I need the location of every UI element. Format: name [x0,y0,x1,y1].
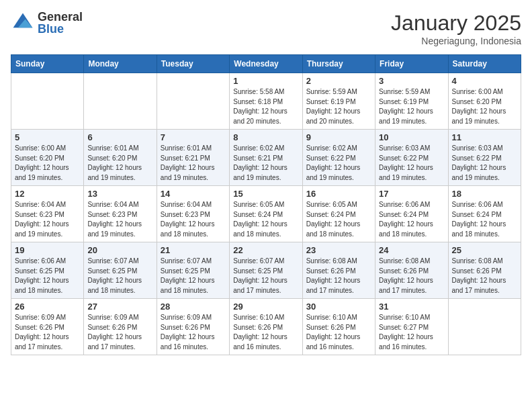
calendar-cell: 17Sunrise: 6:06 AM Sunset: 6:24 PM Dayli… [375,186,448,242]
day-number: 5 [15,132,80,142]
day-info: Sunrise: 6:04 AM Sunset: 6:23 PM Dayligh… [87,200,152,239]
day-number: 17 [379,189,444,199]
day-number: 21 [161,245,226,255]
week-row-5: 26Sunrise: 6:09 AM Sunset: 6:26 PM Dayli… [11,299,521,355]
calendar-cell: 24Sunrise: 6:08 AM Sunset: 6:26 PM Dayli… [375,242,448,299]
calendar-header-row: SundayMondayTuesdayWednesdayThursdayFrid… [11,55,521,73]
day-number: 29 [233,302,298,312]
calendar-cell: 29Sunrise: 6:10 AM Sunset: 6:26 PM Dayli… [230,299,302,355]
calendar-cell: 15Sunrise: 6:05 AM Sunset: 6:24 PM Dayli… [230,186,302,242]
calendar-cell: 31Sunrise: 6:10 AM Sunset: 6:27 PM Dayli… [375,299,448,355]
logo-icon [11,11,35,35]
day-info: Sunrise: 6:01 AM Sunset: 6:20 PM Dayligh… [87,144,152,183]
page-header: General Blue January 2025 Negeriagung, I… [11,11,521,46]
logo-blue: Blue [38,23,83,35]
calendar-cell: 11Sunrise: 6:03 AM Sunset: 6:22 PM Dayli… [448,130,521,186]
calendar-cell: 3Sunrise: 5:59 AM Sunset: 6:19 PM Daylig… [375,73,448,130]
calendar-cell: 19Sunrise: 6:06 AM Sunset: 6:25 PM Dayli… [11,242,84,299]
calendar-cell: 26Sunrise: 6:09 AM Sunset: 6:26 PM Dayli… [11,299,84,355]
calendar-cell: 13Sunrise: 6:04 AM Sunset: 6:23 PM Dayli… [84,186,157,242]
day-info: Sunrise: 5:59 AM Sunset: 6:19 PM Dayligh… [306,87,371,126]
day-number: 22 [233,245,298,255]
day-info: Sunrise: 6:03 AM Sunset: 6:22 PM Dayligh… [379,144,444,183]
calendar-cell: 5Sunrise: 6:00 AM Sunset: 6:20 PM Daylig… [11,130,84,186]
day-info: Sunrise: 6:04 AM Sunset: 6:23 PM Dayligh… [161,200,226,239]
day-number: 20 [87,245,152,255]
day-number: 31 [379,302,444,312]
calendar-header-saturday: Saturday [448,55,521,73]
day-info: Sunrise: 5:59 AM Sunset: 6:19 PM Dayligh… [379,87,444,126]
calendar-cell: 12Sunrise: 6:04 AM Sunset: 6:23 PM Dayli… [11,186,84,242]
day-info: Sunrise: 6:02 AM Sunset: 6:21 PM Dayligh… [233,144,298,183]
day-number: 4 [452,76,517,86]
day-number: 6 [87,132,152,142]
day-info: Sunrise: 6:07 AM Sunset: 6:25 PM Dayligh… [233,257,298,295]
calendar-cell: 27Sunrise: 6:09 AM Sunset: 6:26 PM Dayli… [84,299,157,355]
day-info: Sunrise: 6:05 AM Sunset: 6:24 PM Dayligh… [233,200,298,239]
calendar-cell: 8Sunrise: 6:02 AM Sunset: 6:21 PM Daylig… [230,130,302,186]
day-number: 27 [87,302,152,312]
day-info: Sunrise: 6:10 AM Sunset: 6:26 PM Dayligh… [306,313,371,352]
day-info: Sunrise: 6:06 AM Sunset: 6:24 PM Dayligh… [379,200,444,239]
day-number: 18 [452,189,517,199]
calendar-cell: 14Sunrise: 6:04 AM Sunset: 6:23 PM Dayli… [157,186,229,242]
day-number: 28 [161,302,226,312]
day-number: 23 [306,245,371,255]
week-row-2: 5Sunrise: 6:00 AM Sunset: 6:20 PM Daylig… [11,130,521,186]
day-info: Sunrise: 6:06 AM Sunset: 6:25 PM Dayligh… [15,257,80,295]
day-number: 16 [306,189,371,199]
day-number: 7 [161,132,226,142]
day-info: Sunrise: 6:02 AM Sunset: 6:22 PM Dayligh… [306,144,371,183]
calendar-cell: 9Sunrise: 6:02 AM Sunset: 6:22 PM Daylig… [302,130,375,186]
day-number: 15 [233,189,298,199]
calendar-cell: 25Sunrise: 6:08 AM Sunset: 6:26 PM Dayli… [448,242,521,299]
calendar-header-monday: Monday [84,55,157,73]
calendar-cell: 30Sunrise: 6:10 AM Sunset: 6:26 PM Dayli… [302,299,375,355]
location: Negeriagung, Indonesia [391,36,521,46]
calendar-cell: 7Sunrise: 6:01 AM Sunset: 6:21 PM Daylig… [157,130,229,186]
calendar-header-friday: Friday [375,55,448,73]
day-info: Sunrise: 6:00 AM Sunset: 6:20 PM Dayligh… [452,87,517,126]
day-number: 9 [306,132,371,142]
day-info: Sunrise: 6:01 AM Sunset: 6:21 PM Dayligh… [161,144,226,183]
week-row-3: 12Sunrise: 6:04 AM Sunset: 6:23 PM Dayli… [11,186,521,242]
day-info: Sunrise: 5:58 AM Sunset: 6:18 PM Dayligh… [233,87,298,126]
calendar-cell: 4Sunrise: 6:00 AM Sunset: 6:20 PM Daylig… [448,73,521,130]
day-number: 8 [233,132,298,142]
calendar-cell: 10Sunrise: 6:03 AM Sunset: 6:22 PM Dayli… [375,130,448,186]
day-number: 2 [306,76,371,86]
calendar-cell: 18Sunrise: 6:06 AM Sunset: 6:24 PM Dayli… [448,186,521,242]
logo-text: General Blue [38,11,83,35]
calendar-header-tuesday: Tuesday [157,55,229,73]
day-info: Sunrise: 6:03 AM Sunset: 6:22 PM Dayligh… [452,144,517,183]
calendar-table: SundayMondayTuesdayWednesdayThursdayFrid… [11,54,521,355]
day-info: Sunrise: 6:09 AM Sunset: 6:26 PM Dayligh… [87,313,152,352]
day-info: Sunrise: 6:07 AM Sunset: 6:25 PM Dayligh… [161,257,226,295]
day-info: Sunrise: 6:00 AM Sunset: 6:20 PM Dayligh… [15,144,80,183]
calendar-cell [157,73,229,130]
calendar-cell: 28Sunrise: 6:09 AM Sunset: 6:26 PM Dayli… [157,299,229,355]
week-row-4: 19Sunrise: 6:06 AM Sunset: 6:25 PM Dayli… [11,242,521,299]
day-info: Sunrise: 6:09 AM Sunset: 6:26 PM Dayligh… [161,313,226,352]
day-number: 25 [452,245,517,255]
logo: General Blue [11,11,83,35]
title-block: January 2025 Negeriagung, Indonesia [391,11,521,46]
day-info: Sunrise: 6:05 AM Sunset: 6:24 PM Dayligh… [306,200,371,239]
day-number: 26 [15,302,80,312]
calendar-cell: 22Sunrise: 6:07 AM Sunset: 6:25 PM Dayli… [230,242,302,299]
calendar-cell: 21Sunrise: 6:07 AM Sunset: 6:25 PM Dayli… [157,242,229,299]
day-info: Sunrise: 6:10 AM Sunset: 6:26 PM Dayligh… [233,313,298,352]
calendar-cell: 20Sunrise: 6:07 AM Sunset: 6:25 PM Dayli… [84,242,157,299]
day-info: Sunrise: 6:09 AM Sunset: 6:26 PM Dayligh… [15,313,80,352]
day-number: 11 [452,132,517,142]
day-number: 19 [15,245,80,255]
day-info: Sunrise: 6:10 AM Sunset: 6:27 PM Dayligh… [379,313,444,352]
day-number: 13 [87,189,152,199]
day-number: 1 [233,76,298,86]
calendar-header-thursday: Thursday [302,55,375,73]
day-number: 3 [379,76,444,86]
day-info: Sunrise: 6:06 AM Sunset: 6:24 PM Dayligh… [452,200,517,239]
calendar-cell: 16Sunrise: 6:05 AM Sunset: 6:24 PM Dayli… [302,186,375,242]
day-number: 30 [306,302,371,312]
calendar-header-wednesday: Wednesday [230,55,302,73]
